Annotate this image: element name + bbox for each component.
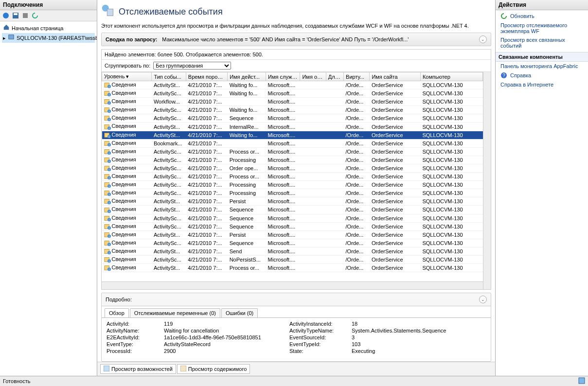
table-row[interactable]: iСведенияActivitySc...4/21/2010 7:...Seq…	[102, 214, 483, 222]
table-row[interactable]: iСведенияActivitySc...4/21/2010 7:...Wai…	[102, 106, 483, 114]
info-icon: i	[104, 165, 111, 172]
detail-key: EventTypeId:	[289, 341, 348, 347]
refresh-icon[interactable]	[31, 12, 39, 19]
info-icon: i	[104, 123, 111, 130]
info-icon: i	[104, 223, 111, 230]
svg-text:i: i	[108, 102, 109, 105]
action-help[interactable]: ? Справка	[496, 70, 588, 80]
table-row[interactable]: iСведенияActivitySc...4/21/2010 7:...Ord…	[102, 164, 483, 172]
info-icon: i	[104, 173, 111, 180]
bottom-tab-features[interactable]: Просмотр возможностей	[100, 364, 176, 374]
column-header[interactable]: Имя службы	[266, 72, 300, 81]
table-row[interactable]: iСведенияActivitySc...4/21/2010 7:...Wai…	[102, 89, 483, 98]
table-row[interactable]: iСведенияActivitySt...4/21/2010 7:...Per…	[102, 230, 483, 239]
table-row[interactable]: iСведенияActivitySt...4/21/2010 7:...Wai…	[102, 81, 483, 89]
svg-text:i: i	[108, 93, 109, 96]
table-row[interactable]: iСведенияActivitySc...4/21/2010 7:...Pro…	[102, 173, 483, 181]
info-icon: i	[104, 115, 111, 122]
svg-text:i: i	[108, 110, 109, 113]
column-header[interactable]: Имя дейст...	[228, 72, 266, 81]
action-view-wf-instance[interactable]: Просмотр отслеживаемого экземпляра WF	[496, 21, 588, 35]
detail-value: 18	[352, 321, 473, 327]
action-refresh[interactable]: Обновить	[496, 11, 588, 21]
detail-value: System.Activities.Statements.Sequence	[352, 328, 473, 333]
svg-text:i: i	[108, 143, 109, 146]
table-row[interactable]: iСведенияBookmark...4/21/2010 7:...Micro…	[102, 139, 483, 147]
table-row[interactable]: iСведенияActivitySc...4/21/2010 7:...Pro…	[102, 147, 483, 156]
tab-errors[interactable]: Ошибки (0)	[221, 308, 258, 317]
column-header[interactable]: Тип собы...	[152, 72, 186, 81]
table-row[interactable]: iСведенияActivitySt...4/21/2010 7:...Per…	[102, 197, 483, 206]
column-header[interactable]: Уровень ▾	[102, 72, 152, 81]
table-row[interactable]: iСведенияActivitySc...4/21/2010 7:...Pro…	[102, 156, 483, 164]
page-icon	[101, 4, 115, 20]
detail-value: ActivityStateRecord	[164, 341, 285, 347]
table-row[interactable]: iСведенияActivitySc...4/21/2010 7:...Seq…	[102, 114, 483, 123]
svg-text:i: i	[108, 193, 109, 196]
connections-tree[interactable]: Начальная страница ▸ SQLLOCVM-130 (FAREA…	[0, 21, 97, 376]
table-row[interactable]: iСведенияActivitySc...4/21/2010 7:...NoP…	[102, 255, 483, 263]
table-row[interactable]: iСведенияActivitySt...4/21/2010 7:...Int…	[102, 123, 483, 131]
action-appfabric-dashboard[interactable]: Панель мониторинга AppFabric	[496, 62, 588, 70]
table-row[interactable]: iСведенияActivitySc...4/21/2010 7:...Seq…	[102, 239, 483, 247]
svg-text:i: i	[108, 251, 109, 254]
svg-text:i: i	[108, 126, 109, 130]
column-header[interactable]: Имя оп...	[300, 72, 326, 81]
groupby-select[interactable]: Без группирования	[153, 62, 231, 70]
table-row[interactable]: iСведенияActivitySt...4/21/2010 7:...Wai…	[102, 131, 483, 139]
svg-rect-4	[9, 35, 14, 39]
info-icon: i	[104, 198, 111, 205]
svg-text:i: i	[108, 168, 109, 171]
info-icon: i	[104, 157, 111, 163]
bottom-tab-features-label: Просмотр возможностей	[111, 366, 173, 372]
save-icon[interactable]	[12, 12, 19, 19]
column-header[interactable]: Имя сайта	[370, 72, 421, 81]
action-view-all-related[interactable]: Просмотр всех связанных событий	[496, 35, 588, 50]
status-config-icon[interactable]	[578, 377, 585, 385]
table-row[interactable]: iСведенияActivitySc...4/21/2010 7:...Seq…	[102, 222, 483, 230]
info-icon: i	[104, 190, 111, 196]
delete-icon[interactable]	[21, 12, 29, 19]
tab-overview[interactable]: Обзор	[105, 308, 129, 317]
tree-server-node[interactable]: ▸ SQLLOCVM-130 (FAREAST\wssb	[2, 33, 95, 43]
summary-expand-button[interactable]: ⌄	[479, 35, 487, 43]
detail-key: EventSourceId:	[289, 334, 348, 340]
svg-text:i: i	[108, 85, 109, 88]
column-header[interactable]: Компьютер	[420, 72, 482, 81]
info-icon: i	[104, 256, 111, 263]
info-icon: i	[104, 82, 111, 88]
detail-value: 3	[352, 334, 473, 340]
vertical-scrollbar[interactable]	[483, 72, 491, 289]
action-help-online[interactable]: Справка в Интернете	[496, 80, 588, 89]
table-row[interactable]: iСведенияActivitySc...4/21/2010 7:...Pro…	[102, 189, 483, 197]
connect-icon[interactable]	[2, 12, 10, 19]
svg-rect-77	[180, 366, 186, 371]
table-row[interactable]: iСведенияActivitySt...4/21/2010 7:...Sen…	[102, 247, 483, 255]
status-text: Готовность	[3, 378, 30, 384]
table-row[interactable]: iСведенияActivitySc...4/21/2010 7:...Pro…	[102, 181, 483, 189]
info-icon: i	[104, 106, 111, 113]
tree-start-label: Начальная страница	[12, 24, 63, 32]
svg-text:i: i	[108, 259, 109, 263]
tree-start-page[interactable]: Начальная страница	[2, 23, 95, 33]
horizontal-scrollbar[interactable]	[102, 281, 483, 289]
table-row[interactable]: iСведенияActivitySt...4/21/2010 7:...Pro…	[102, 264, 483, 272]
svg-rect-76	[104, 366, 109, 371]
table-row[interactable]: iСведенияWorkflow...4/21/2010 7:...Micro…	[102, 98, 483, 106]
help-icon: ?	[500, 72, 507, 79]
expand-icon[interactable]: ▸	[3, 34, 6, 42]
detail-value: Executing	[352, 348, 473, 354]
table-row[interactable]: iСведенияActivitySt...4/21/2010 7:...Seq…	[102, 206, 483, 214]
svg-text:i: i	[108, 118, 109, 122]
bottom-tab-content-label: Просмотр содержимого	[188, 366, 247, 372]
info-icon: i	[104, 181, 111, 188]
tab-tracked-vars[interactable]: Отслеживаемые переменные (0)	[130, 308, 220, 317]
details-body[interactable]: ActivityId:119ActivityInstanceId:18Activ…	[102, 317, 491, 361]
details-collapse-button[interactable]: ⌄	[479, 296, 487, 303]
column-header[interactable]: Время порож...	[186, 72, 227, 81]
column-header[interactable]: Вирту...	[344, 72, 370, 81]
column-header[interactable]: Дли...	[326, 72, 343, 81]
events-grid[interactable]: Уровень ▾Тип собы...Время порож...Имя де…	[102, 72, 483, 281]
info-icon: i	[104, 140, 111, 147]
bottom-tab-content[interactable]: Просмотр содержимого	[177, 364, 250, 374]
